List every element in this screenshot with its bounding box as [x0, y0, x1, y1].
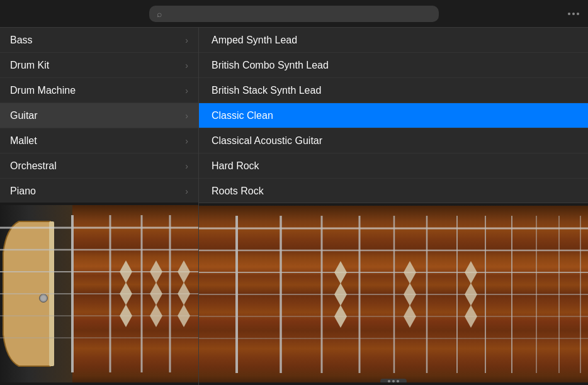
category-label-piano: Piano: [10, 186, 36, 197]
search-bar: ⌕: [0, 0, 588, 28]
chevron-right-icon: ›: [185, 60, 188, 70]
search-icon: ⌕: [157, 9, 162, 19]
left-panel: Bass › Drum Kit › Drum Machine › Guitar …: [0, 28, 199, 385]
menu-dot-3: [577, 13, 579, 15]
menu-dot-2: [572, 13, 575, 15]
category-list: Bass › Drum Kit › Drum Machine › Guitar …: [0, 28, 198, 203]
category-label-drum-kit: Drum Kit: [10, 60, 49, 71]
preset-label-classic-clean: Classic Clean: [212, 110, 273, 121]
chevron-right-icon: ›: [185, 186, 188, 196]
svg-marker-44: [404, 305, 416, 328]
preset-label-hard-rock: Hard Rock: [212, 160, 259, 172]
preset-item-classic-clean[interactable]: Classic Clean: [199, 103, 588, 128]
chevron-right-icon: ›: [185, 86, 188, 96]
menu-button[interactable]: [568, 13, 579, 15]
menu-dot-1: [568, 13, 570, 15]
chevron-right-icon: ›: [185, 35, 188, 45]
sidebar-item-orchestral[interactable]: Orchestral ›: [0, 153, 198, 179]
sidebar-item-drum-kit[interactable]: Drum Kit ›: [0, 53, 198, 78]
svg-marker-45: [465, 261, 477, 284]
category-label-orchestral: Orchestral: [10, 160, 57, 172]
preset-item-amped-synth-lead[interactable]: Amped Synth Lead: [199, 28, 588, 53]
preset-label-classical-acoustic-guitar: Classical Acoustic Guitar: [212, 135, 322, 147]
svg-marker-12: [120, 260, 132, 283]
preset-label-roots-rock: Roots Rock: [212, 186, 264, 197]
svg-marker-41: [334, 305, 347, 328]
fretboard-right: [199, 203, 588, 385]
chevron-right-icon: ›: [185, 136, 188, 146]
svg-marker-46: [465, 283, 477, 306]
sidebar-item-piano[interactable]: Piano ›: [0, 179, 198, 203]
sidebar-item-guitar[interactable]: Guitar ›: [0, 103, 198, 128]
category-label-mallet: Mallet: [10, 135, 37, 147]
preset-item-british-stack-synth-lead[interactable]: British Stack Synth Lead: [199, 78, 588, 103]
sidebar-item-mallet[interactable]: Mallet ›: [0, 128, 198, 153]
preset-item-british-combo-synth-lead[interactable]: British Combo Synth Lead: [199, 53, 588, 78]
svg-marker-15: [150, 260, 162, 283]
preset-list: Amped Synth LeadBritish Combo Synth Lead…: [199, 28, 588, 203]
sidebar-item-bass[interactable]: Bass ›: [0, 28, 198, 53]
svg-marker-39: [334, 261, 347, 284]
category-label-drum-machine: Drum Machine: [10, 85, 76, 96]
right-panel: Amped Synth LeadBritish Combo Synth Lead…: [199, 28, 588, 385]
svg-marker-47: [465, 305, 477, 328]
svg-marker-19: [178, 282, 190, 305]
svg-marker-18: [178, 260, 190, 283]
category-label-bass: Bass: [10, 35, 33, 46]
fretboard-left: [0, 203, 198, 385]
preset-item-classical-acoustic-guitar[interactable]: Classical Acoustic Guitar: [199, 128, 588, 153]
category-label-guitar: Guitar: [10, 110, 38, 121]
sidebar-item-drum-machine[interactable]: Drum Machine ›: [0, 78, 198, 103]
main-content: Bass › Drum Kit › Drum Machine › Guitar …: [0, 28, 588, 385]
preset-label-amped-synth-lead: Amped Synth Lead: [212, 35, 297, 46]
preset-item-roots-rock[interactable]: Roots Rock: [199, 179, 588, 203]
svg-marker-42: [404, 261, 416, 284]
svg-marker-43: [404, 283, 416, 306]
svg-marker-40: [334, 283, 347, 306]
svg-marker-14: [120, 304, 132, 327]
preset-label-british-stack-synth-lead: British Stack Synth Lead: [212, 85, 321, 96]
svg-marker-13: [120, 282, 132, 305]
chevron-right-icon: ›: [185, 161, 188, 171]
preset-label-british-combo-synth-lead: British Combo Synth Lead: [212, 60, 329, 71]
svg-marker-16: [150, 282, 162, 305]
svg-marker-20: [178, 304, 190, 327]
preset-item-hard-rock[interactable]: Hard Rock: [199, 153, 588, 179]
svg-marker-17: [150, 304, 162, 327]
chevron-right-icon: ›: [185, 111, 188, 121]
search-field-container[interactable]: ⌕: [149, 6, 439, 22]
